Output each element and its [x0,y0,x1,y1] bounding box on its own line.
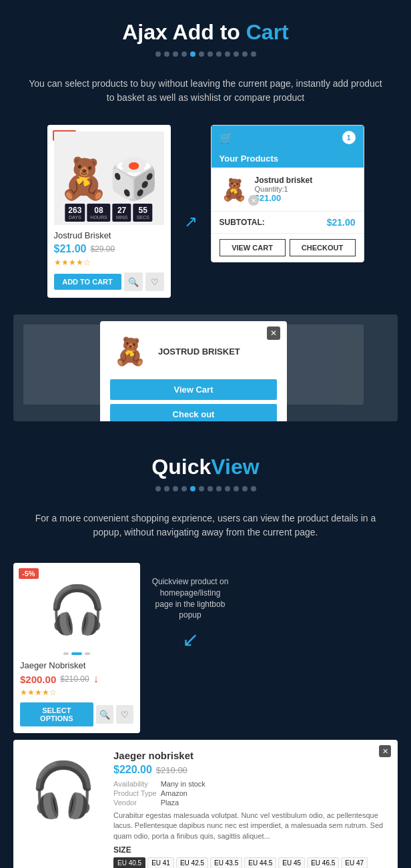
cart-item-info: Jostrud brisket Quantity:1 $21.00 [255,176,356,203]
cart-item-price: $21.00 [255,193,356,203]
quickview-modal: ✕ 🎧 Jaeger nobrisket $220.00 $210.00 Ava… [13,740,398,868]
size-options: EU 40.5 EU 41 EU 42.5 EU 43.5 EU 44.5 EU… [113,857,388,868]
listing-background: ✕ 🧸 JOSTRUD BRISKET View Cart Check out … [13,314,398,421]
section1-title-highlight: Cart [246,20,289,44]
section1-demo-area: -28% 🧸🎲 263 DAYS 08 HOURS 27 MINS 55 [0,118,411,304]
size-btn-eu465[interactable]: EU 46.5 [307,857,339,868]
qv-vendor-value: Plaza [161,798,210,807]
img-dot-1 [63,652,69,655]
qv-price: $220.00 [113,764,152,776]
cart-item-qty: Quantity:1 [255,185,356,193]
quickview-arrow-icon: ↙ [182,628,199,651]
headphone-stars: ★★★★☆ [20,688,133,697]
product-price: $21.00 [54,243,87,255]
s2-dot-3 [173,486,178,491]
img-dot-3 [85,652,90,655]
s2-dot-4 [181,486,187,491]
headphone-search-button[interactable]: 🔍 [96,705,113,724]
qv-availability-value: Many in stock [161,779,210,789]
section1-title: Ajax Add to Cart [13,20,398,45]
view-cart-button[interactable]: VIEW CART [220,239,286,256]
img-dot-2 [71,652,82,655]
qv-availability-row: Availability Many in stock [113,779,210,789]
product-price-row: $21.00 $29.00 [54,243,164,255]
headphone-old-price: $210.00 [60,674,89,684]
size-btn-eu47[interactable]: EU 47 [341,857,368,868]
add-to-cart-modal: ✕ 🧸 JOSTRUD BRISKET View Cart Check out … [100,321,287,421]
select-options-button[interactable]: SELECT OPTIONS [20,702,93,726]
dot-12 [251,51,256,57]
cart-item: 🧸 Jostrud brisket Quantity:1 $21.00 ✕ [212,168,364,212]
cart-remove-button[interactable]: ✕ [248,195,259,206]
checkout-button[interactable]: CHECKOUT [290,239,356,256]
headphone-wishlist-button[interactable]: ♡ [116,705,133,724]
cart-count: 1 [342,131,356,144]
subtotal-label: SUBTOTAL: [220,218,265,227]
qv-size-label: SIZE [113,845,388,855]
s2-dot-12 [251,486,256,491]
qv-vendor-label: Vendor [113,798,161,807]
modal-checkout-button[interactable]: Check out [110,404,277,421]
headphone-actions: SELECT OPTIONS 🔍 ♡ [20,702,133,726]
image-dots [20,652,133,655]
wishlist-button[interactable]: ♡ [145,272,164,291]
section2-header: QuickView [0,435,411,505]
modal-product-name: JOSTRUD BRISKET [158,347,240,357]
section2-description: For a more convenient shopping exprience… [0,505,411,553]
size-btn-eu435[interactable]: EU 43.5 [210,857,242,868]
modal-product-row: 🧸 JOSTRUD BRISKET [110,331,277,371]
dot-7 [208,51,213,57]
headphone-badge: -5% [19,568,39,579]
dot-6 [199,51,204,57]
product-stars: ★★★★☆ [54,258,164,267]
headphone-name: Jaeger Nobrisket [20,660,133,670]
cart-title: Your Products [212,150,364,168]
qv-description: Curabitur egestas malesuada volutpat. Nu… [113,811,388,841]
dot-4 [181,51,187,57]
qv-availability-label: Availability [113,779,161,789]
subtotal-value: $21.00 [327,217,356,228]
s2-dot-2 [164,486,169,491]
product-image: 🧸🎲 263 DAYS 08 HOURS 27 MINS 55 SECS [54,132,164,225]
cart-item-name: Jostrud brisket [255,176,356,185]
modal-product-image: 🧸 [110,331,150,371]
product-old-price: $29.00 [90,244,115,254]
size-btn-eu41[interactable]: EU 41 [147,857,174,868]
s2-dot-10 [234,486,239,491]
modal-view-cart-button[interactable]: View Cart [110,379,277,400]
s2-dot-9 [225,486,230,491]
cart-icon: 🛒 [220,132,233,144]
headphone-price-row: $200.00 $210.00 ↓ [20,673,133,685]
modal-close-button[interactable]: ✕ [267,327,280,340]
section2: QuickView For a more convenient shopping… [0,435,411,868]
qv-product-details: Jaeger nobrisket $220.00 $210.00 Availab… [113,750,388,868]
cart-header-left: 🛒 [220,132,233,144]
dot-11 [242,51,248,57]
countdown-timer: 263 DAYS 08 HOURS 27 MINS 55 SECS [65,204,152,222]
cart-item-image: 🧸 [220,174,250,204]
s2-dot-1 [155,486,161,491]
quickview-demo-area: -5% 🎧 Jaeger Nobrisket $200.00 $210.00 ↓… [0,563,411,733]
section2-title-highlight: View [211,455,259,479]
dots-row [13,51,398,57]
size-btn-eu405[interactable]: EU 40.5 [113,857,145,868]
s2-dot-8 [216,486,222,491]
s2-dot-11 [242,486,248,491]
quickview-modal-close[interactable]: ✕ [379,745,391,757]
search-button[interactable]: 🔍 [124,272,143,291]
add-to-cart-button[interactable]: ADD TO CART [54,274,121,290]
qv-product-image: 🎧 [23,750,103,830]
size-btn-eu45[interactable]: EU 45 [278,857,305,868]
countdown-hours: 08 HOURS [87,204,110,222]
dot-3 [173,51,178,57]
qv-price-row: $220.00 $210.00 [113,764,388,776]
qv-product-name: Jaeger nobrisket [113,750,388,761]
cart-popup-header: 🛒 1 [212,126,364,150]
toy-icon: 🧸🎲 [59,155,159,202]
arrow-to-cart: ↗ [184,212,197,231]
s2-dot-7 [208,486,213,491]
quickview-desc-text: Quickview product on homepage/listing pa… [150,576,230,621]
size-btn-eu445[interactable]: EU 44.5 [244,857,276,868]
size-btn-eu425[interactable]: EU 42.5 [176,857,208,868]
countdown-days: 263 DAYS [65,204,85,222]
